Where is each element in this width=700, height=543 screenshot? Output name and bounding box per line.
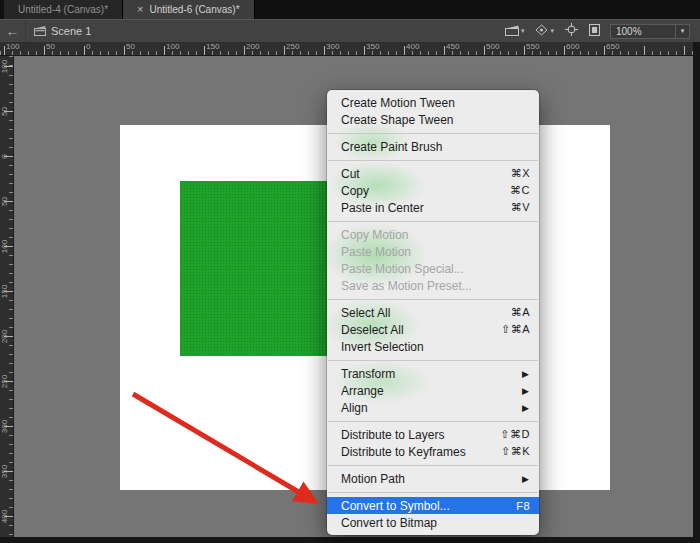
menu-item-label: Select All (341, 306, 503, 320)
scene-icon (34, 25, 46, 38)
window-edge-bottom (0, 537, 700, 543)
menu-item-label: Copy (341, 184, 502, 198)
menu-item-shortcut: ⌘X (511, 167, 530, 180)
menu-item-label: Convert to Bitmap (341, 516, 530, 530)
menu-separator (328, 492, 538, 493)
menu-item-label: Create Paint Brush (341, 140, 530, 154)
ruler-label: 300 (0, 412, 9, 442)
tab-untitled-4[interactable]: Untitled-4 (Canvas)* (4, 0, 123, 19)
crosshair-icon (565, 22, 578, 40)
menu-separator (328, 421, 538, 422)
menu-item-arrange[interactable]: Arrange▶ (327, 382, 539, 399)
vertical-ruler: 10050050100150200250300350400 (0, 56, 14, 543)
editbar-icon-group: ▾ ▾ (505, 22, 600, 40)
ruler-ticks-major (0, 46, 700, 55)
ruler-label: 500 (486, 42, 499, 51)
edit-symbols-button[interactable]: ▾ (535, 22, 554, 40)
menu-item-deselect-all[interactable]: Deselect All⇧⌘A (327, 321, 539, 338)
menu-item-transform[interactable]: Transform▶ (327, 365, 539, 382)
ruler-label: 650 (606, 42, 619, 51)
window-edge-right (693, 42, 700, 543)
ruler-label: 0 (0, 142, 9, 172)
chevron-down-icon: ▾ (676, 27, 689, 35)
edit-bar: ← Scene 1 ▾ ▾ (0, 19, 700, 42)
menu-item-label: Create Motion Tween (341, 96, 530, 110)
menu-item-paste-in-center[interactable]: Paste in Center⌘V (327, 199, 539, 216)
tab-label: Untitled-6 (Canvas)* (149, 4, 239, 15)
document-tab-bar: Untitled-4 (Canvas)* × Untitled-6 (Canva… (0, 0, 700, 19)
ruler-label: 150 (206, 42, 219, 51)
menu-item-distribute-to-layers[interactable]: Distribute to Layers⇧⌘D (327, 426, 539, 443)
back-arrow-icon: ← (6, 23, 20, 39)
ruler-label: 200 (0, 322, 9, 352)
scene-breadcrumb[interactable]: Scene 1 (34, 25, 91, 38)
tab-untitled-6[interactable]: × Untitled-6 (Canvas)* (123, 0, 254, 19)
menu-separator (328, 133, 538, 134)
menu-separator (328, 465, 538, 466)
close-tab-icon[interactable]: × (137, 4, 143, 15)
animate-window: Untitled-4 (Canvas)* × Untitled-6 (Canva… (0, 0, 700, 543)
tab-label: Untitled-4 (Canvas)* (18, 4, 108, 15)
menu-item-label: Convert to Symbol... (341, 499, 508, 513)
menu-item-label: Cut (341, 167, 503, 181)
ruler-label: 250 (286, 42, 299, 51)
clapperboard-icon (505, 22, 519, 40)
menu-item-label: Paste Motion (341, 245, 530, 259)
menu-item-label: Paste in Center (341, 201, 503, 215)
horizontal-ruler: 1005005010015020025030035040045050055060… (0, 42, 700, 56)
menu-separator (328, 360, 538, 361)
back-button[interactable]: ← (0, 20, 26, 42)
menu-item-label: Transform (341, 367, 514, 381)
edit-scene-button[interactable]: ▾ (505, 22, 525, 40)
menu-item-shortcut: ⇧⌘D (500, 428, 530, 441)
green-rectangle[interactable] (180, 181, 332, 356)
symbols-icon (535, 22, 548, 40)
menu-item-copy[interactable]: Copy⌘C (327, 182, 539, 199)
submenu-arrow-icon: ▶ (522, 369, 530, 379)
menu-item-select-all[interactable]: Select All⌘A (327, 304, 539, 321)
menu-item-label: Distribute to Keyframes (341, 445, 493, 459)
ruler-label: 100 (166, 42, 179, 51)
ruler-label: 0 (86, 42, 90, 51)
zoom-dropdown[interactable]: 100% ▾ (610, 24, 690, 39)
menu-separator (328, 221, 538, 222)
submenu-arrow-icon: ▶ (522, 386, 530, 396)
menu-item-create-paint-brush[interactable]: Create Paint Brush (327, 138, 539, 155)
menu-item-align[interactable]: Align▶ (327, 399, 539, 416)
menu-item-shortcut: ⇧⌘K (501, 445, 530, 458)
menu-item-convert-to-bitmap[interactable]: Convert to Bitmap (327, 514, 539, 531)
menu-item-label: Save as Motion Preset... (341, 279, 530, 293)
clipboard-view-button[interactable] (589, 22, 600, 40)
ruler-label: 450 (446, 42, 459, 51)
menu-item-distribute-to-keyframes[interactable]: Distribute to Keyframes⇧⌘K (327, 443, 539, 460)
ruler-label: 50 (0, 187, 9, 217)
menu-item-create-motion-tween[interactable]: Create Motion Tween (327, 94, 539, 111)
menu-separator (328, 160, 538, 161)
menu-item-label: Align (341, 401, 514, 415)
menu-item-create-shape-tween[interactable]: Create Shape Tween (327, 111, 539, 128)
menu-item-shortcut: F8 (516, 500, 530, 512)
ruler-label: 350 (366, 42, 379, 51)
ruler-label: 250 (0, 367, 9, 397)
menu-item-label: Arrange (341, 384, 514, 398)
ruler-label: 100 (6, 42, 19, 51)
menu-item-label: Distribute to Layers (341, 428, 492, 442)
ruler-label: 400 (0, 502, 9, 532)
ruler-label: 400 (406, 42, 419, 51)
ruler-label: 200 (246, 42, 259, 51)
ruler-label: 100 (0, 52, 9, 82)
menu-item-motion-path[interactable]: Motion Path▶ (327, 470, 539, 487)
menu-item-shortcut: ⌘A (511, 306, 530, 319)
menu-item-cut[interactable]: Cut⌘X (327, 165, 539, 182)
ruler-label: 50 (0, 97, 9, 127)
submenu-arrow-icon: ▶ (522, 403, 530, 413)
ruler-label: 100 (0, 232, 9, 262)
menu-item-label: Motion Path (341, 472, 514, 486)
menu-item-invert-selection[interactable]: Invert Selection (327, 338, 539, 355)
ruler-label: 50 (46, 42, 55, 51)
center-frame-button[interactable] (565, 22, 578, 40)
zoom-value: 100% (611, 26, 675, 37)
menu-item-convert-to-symbol[interactable]: Convert to Symbol...F8 (327, 497, 539, 514)
menu-item-shortcut: ⇧⌘A (501, 323, 530, 336)
menu-separator (328, 299, 538, 300)
